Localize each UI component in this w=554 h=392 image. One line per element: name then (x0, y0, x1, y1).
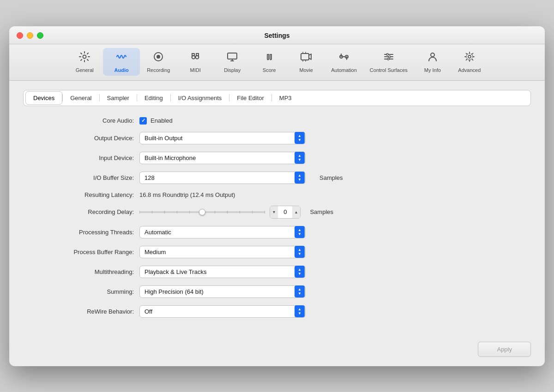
toolbar-item-midi[interactable]: MIDI (177, 48, 214, 76)
tick (265, 211, 265, 214)
processing-threads-select-wrapper: Automatic ▲ ▼ (139, 226, 306, 238)
midi-icon (189, 51, 201, 65)
toolbar-item-advanced[interactable]: Advanced (451, 48, 488, 76)
toolbar-item-movie[interactable]: Movie (288, 48, 325, 76)
toolbar-item-audio[interactable]: Audio (103, 48, 140, 76)
rewire-select[interactable]: Off (139, 305, 306, 318)
tick (152, 211, 152, 214)
toolbar-advanced-label: Advanced (458, 67, 481, 73)
recording-delay-stepper: ▾ 0 ▴ (270, 206, 301, 219)
processing-threads-control: Automatic ▲ ▼ (139, 226, 315, 238)
recording-delay-suffix: Samples (310, 208, 333, 215)
tab-file-editor[interactable]: File Editor (229, 92, 271, 104)
toolbar-score-label: Score (263, 67, 276, 73)
multithreading-control: Playback & Live Tracks ▲ ▼ (139, 266, 315, 278)
toolbar-item-control-surfaces[interactable]: Control Surfaces (363, 48, 414, 76)
devices-form: Core Audio: Enabled Output Device: Built… (23, 117, 531, 318)
audio-icon (115, 51, 127, 65)
summing-row: Summing: High Precision (64 bit) ▲ ▼ (32, 285, 522, 298)
svg-point-0 (83, 55, 86, 58)
rewire-label: ReWire Behavior: (32, 308, 134, 315)
svg-rect-5 (228, 53, 237, 59)
slider-thumb[interactable] (199, 209, 205, 215)
recording-delay-label: Recording Delay: (32, 208, 134, 215)
input-device-label: Input Device: (32, 154, 134, 161)
content-area: Devices General Sampler Editing I/O Assi… (9, 81, 545, 334)
titlebar: Settings (9, 26, 545, 44)
processing-threads-label: Processing Threads: (32, 229, 134, 236)
tab-general[interactable]: General (63, 92, 99, 104)
svg-point-12 (431, 53, 434, 57)
tick (215, 211, 215, 214)
input-device-select-wrapper: Built-in Microphone ▲ ▼ (139, 152, 306, 164)
processing-threads-select[interactable]: Automatic (139, 226, 306, 238)
tab-sampler[interactable]: Sampler (100, 92, 137, 104)
tick (227, 211, 228, 214)
automation-icon (338, 51, 350, 65)
core-audio-row: Core Audio: Enabled (32, 117, 522, 125)
process-buffer-label: Process Buffer Range: (32, 249, 134, 255)
io-buffer-suffix: Samples (319, 174, 343, 181)
core-audio-label: Core Audio: (32, 117, 134, 124)
tick (240, 211, 240, 214)
output-device-row: Output Device: Built-in Output ▲ ▼ (32, 132, 522, 144)
input-device-select[interactable]: Built-in Microphone (139, 152, 306, 164)
latency-value: 16.8 ms Roundtrip (12.4 ms Output) (139, 191, 235, 198)
tick (164, 211, 165, 214)
core-audio-checkbox-row: Enabled (139, 117, 315, 125)
toolbar-my-info-label: My Info (424, 67, 441, 73)
toolbar-item-general[interactable]: General (66, 48, 103, 76)
apply-button[interactable]: Apply (478, 342, 531, 357)
multithreading-label: Multithreading: (32, 268, 134, 275)
input-device-control: Built-in Microphone ▲ ▼ (139, 152, 315, 164)
toolbar-midi-label: MIDI (190, 67, 201, 73)
multithreading-select[interactable]: Playback & Live Tracks (139, 266, 306, 278)
toolbar-automation-label: Automation (331, 67, 357, 73)
summing-select[interactable]: High Precision (64 bit) (139, 285, 306, 298)
output-device-select-wrapper: Built-in Output ▲ ▼ (139, 132, 306, 144)
recording-delay-slider[interactable] (139, 211, 265, 213)
io-buffer-select[interactable]: 128 (139, 172, 306, 184)
tab-devices[interactable]: Devices (25, 91, 62, 105)
multithreading-select-wrapper: Playback & Live Tracks ▲ ▼ (139, 266, 306, 278)
recording-delay-row: Recording Delay: (32, 206, 522, 219)
core-audio-value: Enabled (151, 117, 173, 124)
tick (252, 211, 253, 214)
output-device-select[interactable]: Built-in Output (139, 132, 306, 144)
display-icon (226, 51, 238, 65)
sub-tabs: Devices General Sampler Editing I/O Assi… (23, 90, 531, 106)
summing-select-wrapper: High Precision (64 bit) ▲ ▼ (139, 285, 306, 298)
svg-point-13 (468, 55, 471, 58)
toolbar-item-recording[interactable]: Recording (140, 48, 177, 76)
toolbar-item-automation[interactable]: Automation (325, 48, 363, 76)
process-buffer-row: Process Buffer Range: Medium ▲ ▼ (32, 246, 522, 258)
core-audio-control: Enabled (139, 117, 315, 125)
processing-threads-row: Processing Threads: Automatic ▲ ▼ (32, 226, 522, 238)
io-buffer-select-wrapper: 128 ▲ ▼ (139, 172, 306, 184)
tab-mp3[interactable]: MP3 (272, 92, 299, 104)
toolbar-movie-label: Movie (300, 67, 313, 73)
stepper-up-button[interactable]: ▴ (292, 206, 300, 218)
process-buffer-control: Medium ▲ ▼ (139, 246, 315, 258)
recording-icon (152, 51, 164, 65)
toolbar-control-surfaces-label: Control Surfaces (370, 67, 408, 73)
toolbar-item-display[interactable]: Display (214, 48, 251, 76)
traffic-lights (17, 32, 43, 39)
core-audio-checkbox[interactable] (139, 117, 147, 125)
close-button[interactable] (17, 32, 23, 39)
toolbar-item-score[interactable]: Score (251, 48, 288, 76)
minimize-button[interactable] (27, 32, 33, 39)
control-surfaces-icon (383, 51, 395, 65)
tab-editing[interactable]: Editing (137, 92, 170, 104)
stepper-down-button[interactable]: ▾ (270, 206, 278, 218)
toolbar-item-my-info[interactable]: My Info (414, 48, 451, 76)
process-buffer-select[interactable]: Medium (139, 246, 306, 258)
tab-io-assignments[interactable]: I/O Assignments (171, 92, 229, 104)
multithreading-row: Multithreading: Playback & Live Tracks ▲… (32, 266, 522, 278)
gear-icon (78, 51, 90, 65)
maximize-button[interactable] (37, 32, 43, 39)
score-icon (263, 51, 275, 65)
svg-point-2 (157, 55, 160, 59)
advanced-icon (464, 51, 476, 65)
my-info-icon (427, 51, 439, 65)
